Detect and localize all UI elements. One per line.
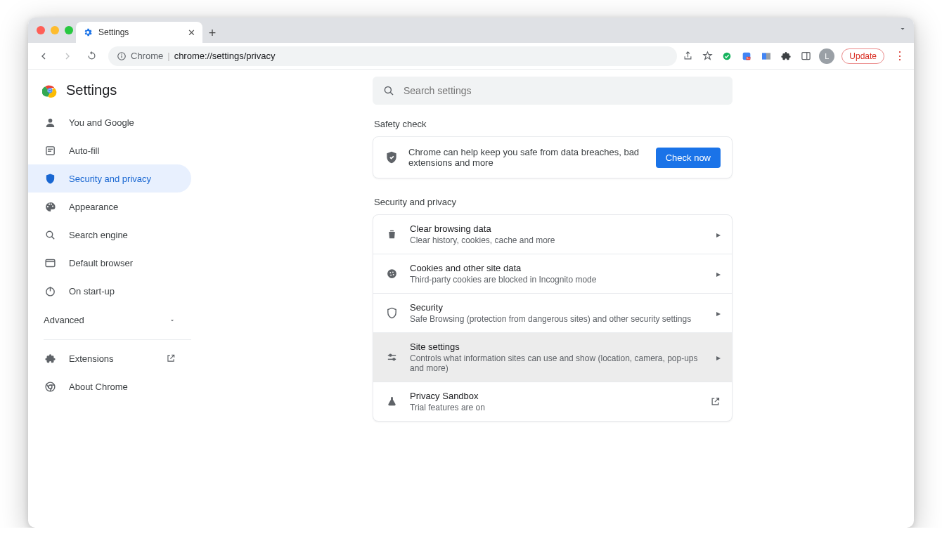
reload-button[interactable] (82, 46, 101, 66)
new-tab-button[interactable]: + (202, 23, 222, 43)
svg-point-36 (389, 354, 391, 356)
sidebar-item-search-engine[interactable]: Search engine (28, 221, 191, 249)
sidebar-item-security-privacy[interactable]: Security and privacy (28, 164, 191, 193)
autofill-icon (44, 145, 56, 157)
sidebar-item-default-browser[interactable]: Default browser (28, 249, 191, 277)
svg-point-27 (385, 86, 391, 93)
toolbar-right: 9+ L Update ⋮ (681, 48, 908, 64)
sidebar-about-chrome[interactable]: About Chrome (28, 372, 191, 401)
privacy-list: Clear browsing data Clear history, cooki… (373, 214, 733, 422)
content-area: Settings You and Google Auto-fill Securi… (28, 70, 914, 528)
sidebar-advanced-toggle[interactable]: Advanced (28, 305, 191, 335)
row-site-settings[interactable]: Site settings Controls what information … (373, 332, 732, 382)
palette-icon (44, 201, 56, 213)
profile-avatar[interactable]: L (819, 48, 834, 64)
bookmark-star-icon[interactable] (701, 50, 714, 63)
chevron-right-icon: ▸ (716, 308, 721, 318)
forward-button[interactable] (58, 46, 77, 66)
omnibox-origin: Chrome (131, 51, 163, 61)
update-button[interactable]: Update (841, 48, 884, 64)
svg-point-19 (46, 231, 53, 237)
shield-icon (44, 173, 56, 185)
svg-text:9+: 9+ (747, 56, 750, 60)
row-clear-browsing-data[interactable]: Clear browsing data Clear history, cooki… (373, 215, 732, 254)
shield-check-icon (385, 150, 399, 164)
minimize-window-button[interactable] (51, 26, 59, 34)
chrome-logo-icon (42, 83, 58, 98)
close-window-button[interactable] (37, 26, 45, 34)
svg-point-30 (389, 272, 391, 273)
puzzle-icon (44, 353, 56, 365)
svg-rect-2 (121, 53, 122, 54)
sidebar-extensions-link[interactable]: Extensions (28, 344, 191, 372)
gear-icon (83, 27, 93, 37)
row-privacy-sandbox[interactable]: Privacy Sandbox Trial features are on (373, 382, 732, 421)
sidebar-item-autofill[interactable]: Auto-fill (28, 136, 191, 164)
chevron-right-icon: ▸ (716, 353, 721, 363)
omnibox-path: chrome://settings/privacy (174, 51, 276, 61)
chevron-down-icon (169, 317, 176, 324)
shield-icon (385, 307, 399, 319)
share-icon[interactable] (681, 50, 694, 63)
sidebar-item-on-startup[interactable]: On start-up (28, 277, 191, 305)
address-bar[interactable]: Chrome | chrome://settings/privacy (108, 46, 677, 66)
security-privacy-heading: Security and privacy (374, 197, 733, 207)
external-link-icon (710, 396, 721, 407)
extension-icon-2[interactable]: 9+ (740, 50, 753, 63)
settings-search-input[interactable] (404, 85, 723, 96)
svg-rect-18 (47, 150, 51, 151)
extension-icon-1[interactable] (721, 50, 733, 63)
svg-point-14 (49, 89, 51, 92)
check-now-button[interactable]: Check now (656, 148, 721, 168)
svg-point-32 (390, 275, 392, 276)
sidebar-item-appearance[interactable]: Appearance (28, 193, 191, 221)
trash-icon (385, 228, 399, 240)
search-icon (44, 229, 56, 241)
sidebar-item-you-and-google[interactable]: You and Google (28, 108, 191, 136)
row-cookies[interactable]: Cookies and other site data Third-party … (373, 254, 732, 293)
page-title: Settings (66, 82, 117, 98)
search-icon (382, 84, 395, 97)
maximize-window-button[interactable] (65, 26, 73, 34)
toolbar: Chrome | chrome://settings/privacy 9+ (28, 43, 914, 70)
svg-rect-21 (46, 259, 55, 266)
svg-point-31 (392, 272, 394, 273)
close-tab-button[interactable]: ✕ (188, 27, 195, 38)
svg-line-28 (390, 92, 393, 95)
svg-point-15 (48, 118, 52, 122)
safety-check-heading: Safety check (374, 119, 733, 129)
chrome-menu-button[interactable]: ⋮ (891, 49, 908, 63)
main-panel: Safety check Chrome can help keep you sa… (191, 70, 914, 528)
safety-check-text: Chrome can help keep you safe from data … (408, 147, 646, 168)
extensions-puzzle-icon[interactable] (780, 50, 792, 63)
chrome-outline-icon (44, 381, 56, 393)
svg-rect-1 (121, 55, 122, 58)
browser-icon (44, 257, 56, 269)
tab-title: Settings (98, 27, 129, 37)
browser-tab[interactable]: Settings ✕ (76, 22, 202, 43)
svg-rect-7 (762, 53, 766, 59)
browser-window: Settings ✕ + Chrome | chrome://settings/… (28, 18, 914, 528)
tab-list-dropdown[interactable] (898, 25, 907, 33)
sidebar: Settings You and Google Auto-fill Securi… (28, 70, 191, 528)
svg-rect-9 (802, 53, 810, 60)
extension-icon-3[interactable] (760, 50, 773, 63)
person-icon (44, 117, 56, 129)
svg-line-20 (51, 236, 54, 239)
settings-brand: Settings (28, 75, 191, 108)
sidebar-nav: You and Google Auto-fill Security and pr… (28, 108, 191, 305)
external-link-icon (166, 353, 176, 363)
chevron-right-icon: ▸ (716, 230, 721, 240)
chevron-right-icon: ▸ (716, 269, 721, 279)
back-button[interactable] (34, 46, 53, 66)
svg-point-3 (723, 52, 731, 60)
power-icon (44, 285, 56, 297)
tab-bar: Settings ✕ + (28, 18, 914, 43)
side-panel-icon[interactable] (799, 50, 812, 63)
settings-search[interactable] (373, 77, 733, 105)
cookie-icon (385, 268, 399, 280)
divider (44, 339, 191, 340)
row-security[interactable]: Security Safe Browsing (protection from … (373, 293, 732, 332)
svg-rect-17 (47, 148, 52, 149)
svg-point-29 (387, 269, 396, 278)
